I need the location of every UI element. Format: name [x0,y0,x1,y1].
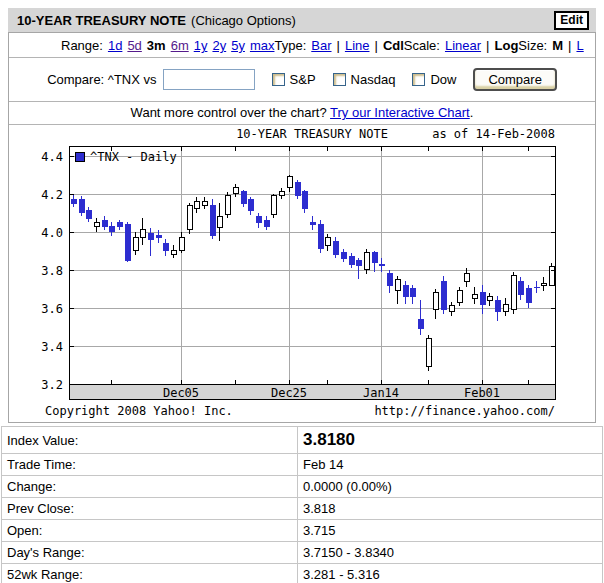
scale-linear[interactable]: Linear [445,38,481,53]
nasdaq-checkbox-label: Nasdaq [351,72,396,87]
promo-row: Want more control over the chart? Try ou… [9,102,595,125]
table-row-52wk-range: 52wk Range: 3.281 - 5.316 [2,564,603,583]
size-control: Size:M|L [518,38,583,53]
type-label: Type: [274,38,306,53]
page-title: 10-YEAR TREASURY NOTE [17,13,186,28]
index-value: 3.8180 [298,427,603,454]
sp-checkbox[interactable] [272,73,285,86]
table-row-index-value: Index Value: 3.8180 [2,427,603,454]
table-row-change: Change: 0.0000 (0.00%) [2,476,603,498]
quote-summary-table: Index Value: 3.8180 Trade Time: Feb 14 C… [1,426,603,583]
promo-suffix: . [470,105,474,120]
svg-text:10-YEAR TREASURY NOTE: 10-YEAR TREASURY NOTE [236,127,388,141]
compare-nasdaq-group: Nasdaq [333,72,396,87]
row-label: Day's Range: [2,542,298,564]
svg-text:3.8: 3.8 [41,264,63,278]
scale-label: Scale: [404,38,440,53]
row-label: Prev Close: [2,498,298,520]
page-subtitle: (Chicago Options) [191,13,296,28]
svg-text:3.4: 3.4 [41,340,63,354]
svg-text:Dec05: Dec05 [163,386,199,400]
page-title-group: 10-YEAR TREASURY NOTE(Chicago Options) [17,13,296,28]
separator: | [337,38,340,53]
svg-text:4.0: 4.0 [41,226,63,240]
promo-text: Want more control over the chart? [131,105,327,120]
compare-sp-group: S&P [272,72,316,87]
svg-text:3.6: 3.6 [41,302,63,316]
compare-symbol-input[interactable] [163,69,255,90]
chart-controls: Range:1d5d3m6m1y2y5ymax Type:Bar|Line|Cd… [9,33,595,58]
range-label: Range: [61,38,103,53]
table-row-open: Open: 3.715 [2,520,603,542]
separator: | [374,38,377,53]
dow-checkbox-label: Dow [430,72,456,87]
compare-label: Compare: ^TNX vs [47,72,156,87]
svg-text:as of 14-Feb-2008: as of 14-Feb-2008 [432,127,555,141]
size-m-selected: M [552,38,563,53]
svg-text:Feb01: Feb01 [464,386,500,400]
svg-text:4.2: 4.2 [41,188,63,202]
svg-text:Dec25: Dec25 [271,386,307,400]
compare-button[interactable]: Compare [473,68,556,91]
row-label: 52wk Range: [2,564,298,583]
open-value: 3.715 [298,520,603,542]
change-value: 0.0000 (0.00%) [298,476,603,498]
trade-time: Feb 14 [298,454,603,476]
compare-row: Compare: ^TNX vs S&P Nasdaq Dow Compare [9,58,595,102]
quote-header: 10-YEAR TREASURY NOTE(Chicago Options) E… [8,8,596,32]
interactive-chart-link[interactable]: Try our Interactive Chart [330,105,470,120]
range-3m-selected: 3m [147,38,166,53]
type-bar[interactable]: Bar [311,38,331,53]
type-line[interactable]: Line [345,38,370,53]
svg-text:Jan14: Jan14 [363,386,399,400]
sp-checkbox-label: S&P [290,72,316,87]
svg-text:^TNX - Daily: ^TNX - Daily [90,150,177,164]
row-label: Trade Time: [2,454,298,476]
table-row-prev-close: Prev Close: 3.818 [2,498,603,520]
52wk-range-value: 3.281 - 5.316 [298,564,603,583]
compare-dow-group: Dow [412,72,456,87]
range-max[interactable]: max [250,38,275,53]
range-1d[interactable]: 1d [108,38,122,53]
edit-button[interactable]: Edit [554,11,589,30]
row-label: Open: [2,520,298,542]
separator: | [568,38,571,53]
type-cdl-selected: Cdl [383,38,404,53]
size-l[interactable]: L [576,38,583,53]
table-row-trade-time: Trade Time: Feb 14 [2,454,603,476]
svg-text:Copyright 2008 Yahoo! Inc.: Copyright 2008 Yahoo! Inc. [45,404,233,418]
range-5y[interactable]: 5y [231,38,245,53]
range-6m[interactable]: 6m [171,38,189,53]
range-1y[interactable]: 1y [194,38,208,53]
price-chart-svg: 3.23.43.63.84.04.24.4Dec05Dec25Jan14Feb0… [9,126,595,420]
svg-text:http://finance.yahoo.com/: http://finance.yahoo.com/ [374,404,555,418]
days-range-value: 3.7150 - 3.8340 [298,542,603,564]
range-5d[interactable]: 5d [127,38,141,53]
range-2y[interactable]: 2y [212,38,226,53]
scale-log-selected: Log [495,38,519,53]
svg-text:4.4: 4.4 [41,150,63,164]
chart-module: Range:1d5d3m6m1y2y5ymax Type:Bar|Line|Cd… [8,32,596,423]
nasdaq-checkbox[interactable] [333,73,346,86]
row-label: Index Value: [2,427,298,454]
range-control: Range:1d5d3m6m1y2y5ymax [61,38,274,53]
scale-control: Scale:Linear|Log [404,38,519,53]
size-label: Size: [518,38,547,53]
chart-image: 3.23.43.63.84.04.24.4Dec05Dec25Jan14Feb0… [9,125,595,422]
row-label: Change: [2,476,298,498]
prev-close-value: 3.818 [298,498,603,520]
dow-checkbox[interactable] [412,73,425,86]
svg-text:3.2: 3.2 [41,378,63,392]
type-control: Type:Bar|Line|Cdl [274,38,403,53]
table-row-days-range: Day's Range: 3.7150 - 3.8340 [2,542,603,564]
separator: | [486,38,489,53]
